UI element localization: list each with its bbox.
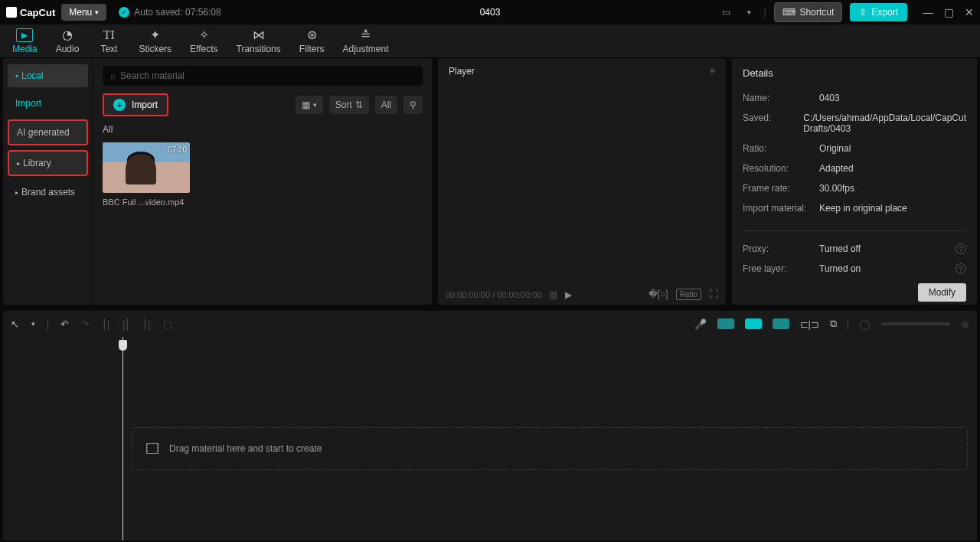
upload-icon: ⇧ — [859, 7, 867, 18]
sidebar-item-library[interactable]: ▸ Library — [8, 150, 88, 176]
detail-proxy-label: Proxy: — [743, 243, 819, 254]
split-tool[interactable]: ⎮[ — [102, 318, 110, 330]
track-toggle-2[interactable] — [745, 318, 762, 329]
sidebar-item-import[interactable]: Import — [8, 92, 88, 115]
audio-icon: ◔ — [62, 28, 73, 42]
import-button[interactable]: + Import — [103, 93, 168, 116]
maximize-button[interactable]: ▢ — [944, 6, 954, 18]
filter-button[interactable]: ⚲ — [403, 96, 423, 114]
sort-button[interactable]: Sort⇅ — [329, 96, 369, 114]
undo-button[interactable]: ↶ — [60, 318, 69, 330]
chevron-down-icon[interactable]: ▾ — [743, 6, 756, 18]
snap-icon[interactable]: ⧉ — [830, 318, 837, 330]
sidebar-item-local[interactable]: ▾ Local — [8, 64, 88, 87]
tab-stickers[interactable]: ✦ Stickers — [131, 27, 179, 56]
tab-transitions[interactable]: ⋈ Transitions — [229, 27, 289, 56]
info-icon[interactable]: ? — [956, 243, 966, 254]
sidebar-item-brand-assets[interactable]: ▸ Brand assets — [8, 181, 88, 204]
section-label: All — [103, 124, 423, 135]
layout-icon[interactable]: ▭ — [717, 5, 735, 20]
keyboard-icon: ⌨ — [782, 7, 795, 18]
player-menu-icon[interactable]: ≡ — [710, 66, 715, 77]
scan-icon[interactable]: �[○] — [648, 289, 668, 300]
zoom-out-icon[interactable]: ◯ — [859, 318, 871, 330]
plus-icon: + — [113, 99, 126, 111]
track-toggle-1[interactable] — [717, 318, 734, 329]
app-name: CapCut — [20, 7, 55, 18]
ratio-button[interactable]: Ratio — [676, 289, 701, 300]
playhead[interactable] — [122, 337, 123, 540]
media-thumbnail[interactable]: 07:20 BBC Full ...video.mp4 — [103, 142, 190, 207]
delete-tool[interactable]: ▢ — [163, 318, 172, 330]
playhead-handle[interactable] — [119, 340, 127, 351]
detail-freelayer-label: Free layer: — [743, 263, 819, 274]
compare-icon[interactable]: ▥ — [549, 289, 557, 300]
align-icon[interactable]: ⊏|⊐ — [800, 318, 819, 330]
minimize-button[interactable]: — — [923, 6, 933, 18]
filters-icon: ⊛ — [307, 28, 317, 42]
shortcut-button[interactable]: ⌨ Shortcut — [774, 2, 843, 22]
detail-resolution-label: Resolution: — [743, 163, 819, 174]
timeline-toolbar: ↖ ▾ ↶ ↷ ⎮[ ]⎮ ⎮[ ▢ 🎤 ⊏|⊐ ⧉ ◯ ⊕ — [3, 311, 977, 337]
tab-adjustment[interactable]: ≛ Adjustment — [335, 27, 396, 56]
zoom-in-icon[interactable]: ⊕ — [961, 318, 969, 330]
tab-media[interactable]: ▸ Media — [5, 27, 45, 56]
detail-framerate-value: 30.00fps — [819, 183, 966, 194]
zoom-slider[interactable] — [881, 322, 950, 325]
close-button[interactable]: ✕ — [965, 6, 974, 18]
pointer-dropdown[interactable]: ▾ — [31, 320, 35, 328]
player-title: Player — [449, 66, 475, 77]
media-sidebar: ▾ Local Import AI generated ▸ Library ▸ … — [3, 58, 93, 305]
detail-importmat-value: Keep in original place — [819, 203, 966, 214]
sort-icon: ⇅ — [355, 100, 363, 110]
trim-left-tool[interactable]: ]⎮ — [122, 318, 131, 330]
film-icon — [146, 443, 158, 454]
adjustment-icon: ≛ — [361, 28, 371, 42]
timeline-drop-zone[interactable]: Drag material here and start to create — [132, 427, 968, 470]
search-input[interactable]: ⌕ Search material — [103, 66, 423, 86]
chevron-down-icon: ▾ — [95, 8, 99, 16]
details-panel: Details Name:0403 Saved:C:/Users/ahmad/A… — [732, 58, 977, 305]
thumbnail-duration: 07:20 — [168, 145, 187, 154]
tab-text[interactable]: TI Text — [90, 27, 128, 56]
details-title: Details — [743, 67, 966, 79]
play-button[interactable]: ▶ — [565, 289, 572, 300]
drop-hint: Drag material here and start to create — [169, 443, 322, 454]
mic-icon[interactable]: 🎤 — [694, 318, 707, 330]
caret-right-icon: ▸ — [17, 160, 20, 167]
caret-down-icon: ▾ — [15, 73, 18, 80]
export-button[interactable]: ⇧ Export — [850, 3, 907, 21]
tab-filters[interactable]: ⊛ Filters — [292, 27, 332, 56]
stickers-icon: ✦ — [150, 28, 160, 42]
detail-proxy-value: Turned off — [819, 243, 956, 254]
fullscreen-icon[interactable]: ⛶ — [709, 289, 718, 300]
filter-all-button[interactable]: All — [375, 96, 397, 114]
modify-button[interactable]: Modify — [918, 283, 966, 302]
app-logo: CapCut — [6, 7, 55, 18]
media-icon: ▸ — [16, 28, 33, 42]
info-icon[interactable]: ? — [956, 263, 966, 274]
detail-resolution-value: Adapted — [819, 163, 966, 174]
titlebar: CapCut Menu ▾ ✓ Auto saved: 07:56:08 040… — [0, 0, 980, 24]
detail-name-value: 0403 — [819, 93, 966, 103]
detail-name-label: Name: — [743, 93, 819, 103]
view-grid-button[interactable]: ▦▾ — [296, 96, 323, 114]
track-toggle-3[interactable] — [773, 318, 789, 329]
transitions-icon: ⋈ — [253, 28, 265, 42]
pointer-tool[interactable]: ↖ — [11, 318, 19, 330]
trim-right-tool[interactable]: ⎮[ — [142, 318, 151, 330]
thumbnail-label: BBC Full ...video.mp4 — [103, 198, 190, 207]
timeline[interactable]: Drag material here and start to create — [3, 337, 977, 540]
detail-ratio-value: Original — [819, 143, 966, 154]
player-viewport — [438, 84, 726, 284]
menu-button[interactable]: Menu ▾ — [61, 4, 106, 21]
autosave-status: ✓ Auto saved: 07:56:08 — [119, 7, 220, 18]
check-icon: ✓ — [119, 7, 129, 18]
media-content: ⌕ Search material + Import ▦▾ Sort⇅ All … — [93, 58, 432, 305]
capcut-icon — [6, 7, 17, 18]
redo-button[interactable]: ↷ — [81, 318, 90, 330]
tab-audio[interactable]: ◔ Audio — [48, 27, 87, 56]
detail-freelayer-value: Turned on — [819, 263, 956, 274]
sidebar-item-ai-generated[interactable]: AI generated — [8, 119, 88, 145]
tab-effects[interactable]: ✧ Effects — [182, 27, 225, 56]
